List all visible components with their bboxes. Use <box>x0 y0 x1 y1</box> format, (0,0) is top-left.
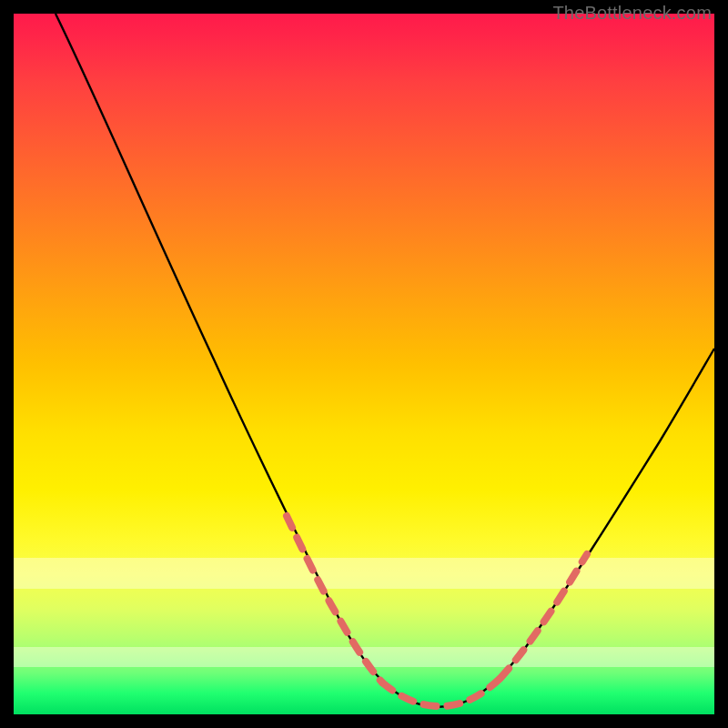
watermark-text: TheBottleneck.com <box>552 3 712 24</box>
chart-frame <box>14 14 714 714</box>
curve-svg <box>14 14 714 714</box>
dash-segment-right <box>500 554 587 678</box>
bottleneck-curve <box>56 14 714 707</box>
dash-segment-left <box>287 516 382 682</box>
dash-segment-bottom <box>382 678 500 706</box>
